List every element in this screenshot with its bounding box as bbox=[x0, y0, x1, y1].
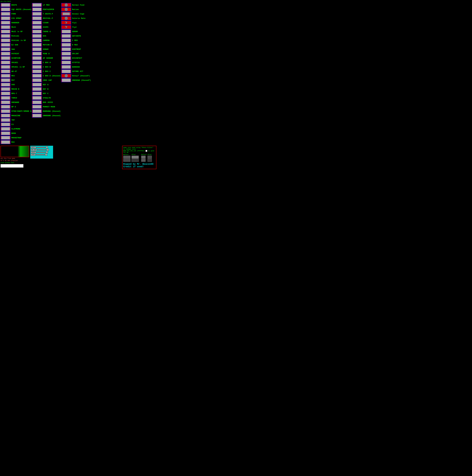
item-label: CIG SPRAY bbox=[11, 17, 21, 19]
item-label: UNKNOWN (Unused) bbox=[43, 115, 61, 117]
item-label: OINTMENT bbox=[72, 48, 81, 50]
item-icon bbox=[32, 12, 42, 16]
list-item: M37 bbox=[0, 78, 31, 82]
ui-preview-box bbox=[0, 146, 29, 157]
ui-button[interactable]: USED bbox=[31, 154, 35, 156]
list-item: HANDKER bbox=[0, 20, 31, 25]
ui-button[interactable]: EQUIP bbox=[31, 151, 36, 153]
after-image3 bbox=[148, 156, 152, 159]
item-label: CIGAR bbox=[43, 22, 48, 24]
item-label: Mk22 /w SP bbox=[11, 31, 23, 33]
item-label: C BOX A bbox=[43, 62, 51, 64]
list-item: C BOX B bbox=[32, 65, 61, 69]
item-label: SCOPE bbox=[43, 26, 48, 28]
item-icon bbox=[32, 43, 42, 47]
list-item: MINE D bbox=[32, 51, 61, 56]
item-label: XM16E1 /w SP bbox=[11, 66, 25, 68]
list-item: WP G bbox=[0, 105, 31, 109]
item-label: BOOK bbox=[11, 132, 16, 135]
item-icon bbox=[61, 7, 71, 11]
list-item: C3 bbox=[0, 122, 31, 127]
item-label: Animal Cage bbox=[72, 13, 84, 15]
item-icon bbox=[32, 100, 42, 104]
before-image4 bbox=[141, 159, 146, 162]
item-label: STUN/CHAFF/SMOKE G bbox=[11, 110, 31, 112]
ui-button2[interactable]: ✕ bbox=[46, 146, 48, 148]
item-label: SVD bbox=[11, 84, 15, 86]
list-item: EZ GUN bbox=[0, 43, 31, 47]
item-icon bbox=[0, 7, 11, 11]
list-item: BOOK bbox=[0, 131, 31, 136]
list-item: C BOX D (Unused) bbox=[32, 74, 61, 78]
item-label: fly2 bbox=[72, 26, 76, 28]
item-icon bbox=[61, 16, 71, 20]
item-icon bbox=[61, 47, 71, 51]
item-label: EZ GUN bbox=[11, 44, 18, 46]
list-item: Ration bbox=[61, 7, 91, 12]
item-icon bbox=[0, 21, 11, 25]
font-label: Item window font bbox=[0, 162, 29, 164]
item-icon bbox=[32, 61, 42, 65]
item-icon bbox=[0, 16, 11, 20]
item-icon bbox=[32, 65, 42, 69]
item-icon bbox=[0, 140, 11, 144]
item-label: STEALTH bbox=[43, 97, 51, 99]
item-icon bbox=[32, 52, 42, 56]
item-icon bbox=[61, 38, 71, 42]
item-label: BANDANA (Unused) bbox=[43, 110, 61, 112]
item-label: C BOX C bbox=[43, 70, 51, 72]
before-label: Before bbox=[123, 154, 130, 155]
list-item: MIC bbox=[0, 140, 31, 144]
list-item: KEY B bbox=[32, 87, 61, 91]
ui-button2[interactable]: ✕ bbox=[46, 151, 48, 153]
item-label: M37 bbox=[11, 79, 15, 81]
item-icon bbox=[0, 34, 11, 38]
ui-button2[interactable]: ✕ bbox=[45, 153, 47, 156]
item-icon bbox=[0, 47, 11, 51]
ui-button[interactable]: EMPTY bbox=[31, 146, 36, 148]
item-icon bbox=[32, 109, 42, 113]
list-item: NVG bbox=[32, 34, 61, 38]
item-icon bbox=[32, 96, 42, 100]
list-item: CLAYMORE bbox=[0, 127, 31, 131]
item-label: LF MED bbox=[43, 4, 50, 6]
item-label: KEY A bbox=[43, 84, 48, 86]
item-icon bbox=[0, 100, 11, 104]
item-label: AP SENSOR bbox=[43, 57, 53, 59]
list-item: BUG JUICE bbox=[32, 100, 61, 104]
item-icon bbox=[61, 74, 71, 78]
list-item: DISINFECT bbox=[61, 56, 91, 60]
column-weapons: KNIFECQC KNIFE (Unused)FORKCIG SPRAYHAND… bbox=[0, 3, 31, 144]
item-label: CROC CAP bbox=[43, 79, 52, 81]
item-label: REVIVAL.P bbox=[43, 17, 53, 19]
list-item: GRENADE bbox=[0, 100, 31, 104]
list-item: MOSIN N bbox=[0, 87, 31, 91]
item-icon bbox=[61, 30, 71, 34]
list-item: M1911A1 bbox=[0, 34, 31, 38]
item-label: fly1 bbox=[72, 22, 76, 24]
item-icon bbox=[0, 61, 11, 65]
item-label: RPG-7 bbox=[11, 92, 17, 95]
after-label: After bbox=[132, 154, 139, 155]
ui-bar bbox=[37, 152, 45, 153]
list-item: XM16E1 /w SP bbox=[0, 65, 31, 69]
ui-button2[interactable]: ✕ bbox=[47, 149, 49, 151]
item-icon bbox=[61, 69, 71, 73]
font-box bbox=[0, 164, 23, 168]
item-icon bbox=[0, 91, 11, 96]
after-image2 bbox=[132, 159, 139, 162]
ui-button[interactable]: NO USE bbox=[31, 149, 37, 151]
credits-line1: Ripped by Mr. Beacon00 bbox=[123, 163, 155, 165]
item-label: MINE D bbox=[43, 53, 50, 55]
list-item: CQC KNIFE (Unused) bbox=[0, 7, 31, 12]
list-item: SVD bbox=[0, 83, 31, 87]
item-label: SERUM bbox=[72, 31, 78, 33]
item-icon: 🪰 bbox=[61, 21, 71, 25]
ui-bar bbox=[37, 149, 46, 151]
item-label: C3 bbox=[11, 123, 14, 126]
item-icon bbox=[0, 56, 11, 60]
list-item: FORK bbox=[0, 12, 31, 16]
item-icon bbox=[32, 69, 42, 73]
item-icon bbox=[32, 74, 42, 78]
list-item: C MED bbox=[61, 38, 91, 43]
